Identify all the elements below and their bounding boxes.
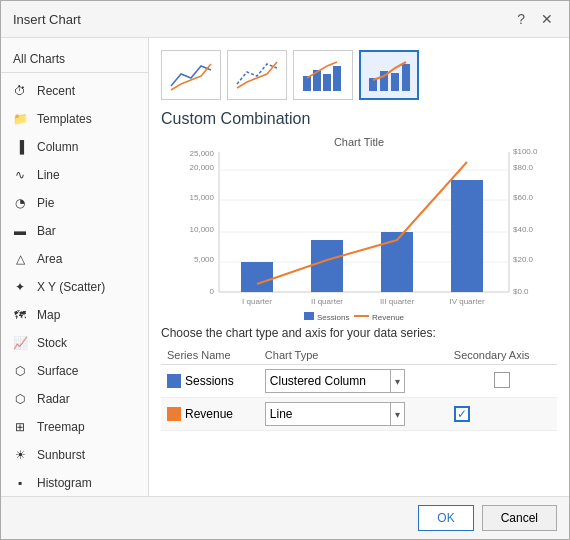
- svg-text:$60.0: $60.0: [513, 193, 534, 202]
- dialog-footer: OK Cancel: [1, 496, 569, 539]
- title-bar: Insert Chart ? ✕: [1, 1, 569, 38]
- sidebar-item-xy[interactable]: ✦X Y (Scatter): [1, 273, 148, 301]
- sidebar-item-label: Radar: [37, 392, 70, 406]
- sidebar-item-line[interactable]: ∿Line: [1, 161, 148, 189]
- column-icon: ▐: [11, 138, 29, 156]
- svg-rect-29: [311, 240, 343, 292]
- area-icon: △: [11, 250, 29, 268]
- sidebar-item-bar[interactable]: ▬Bar: [1, 217, 148, 245]
- svg-text:5,000: 5,000: [194, 255, 215, 264]
- radar-icon: ⬡: [11, 390, 29, 408]
- sidebar-item-treemap[interactable]: ⊞Treemap: [1, 413, 148, 441]
- preview-thumb-2[interactable]: [227, 50, 287, 100]
- svg-text:15,000: 15,000: [190, 193, 215, 202]
- sidebar-item-label: Line: [37, 168, 60, 182]
- dialog-body: All Charts ⏱Recent📁Templates▐Column∿Line…: [1, 38, 569, 496]
- close-button[interactable]: ✕: [537, 9, 557, 29]
- dialog-title: Insert Chart: [13, 12, 81, 27]
- cancel-button[interactable]: Cancel: [482, 505, 557, 531]
- folder-icon: 📁: [11, 110, 29, 128]
- all-charts-tab[interactable]: All Charts: [1, 46, 148, 73]
- chart-type-select-sessions[interactable]: Clustered ColumnLineBarAreaPie: [266, 369, 390, 393]
- svg-text:III quarter: III quarter: [380, 297, 415, 306]
- sidebar-item-label: X Y (Scatter): [37, 280, 105, 294]
- series-config-label: Choose the chart type and axis for your …: [161, 326, 557, 340]
- sidebar-item-label: Map: [37, 308, 60, 322]
- svg-rect-31: [451, 180, 483, 292]
- sidebar-item-column[interactable]: ▐Column: [1, 133, 148, 161]
- sidebar-item-recent[interactable]: ⏱Recent: [1, 77, 148, 105]
- title-controls: ? ✕: [513, 9, 557, 29]
- chart-type-cell: Clustered ColumnLineBarAreaPie▾: [259, 398, 448, 431]
- col-secondary-axis: Secondary Axis: [448, 346, 557, 365]
- sidebar-item-label: Treemap: [37, 420, 85, 434]
- svg-text:IV quarter: IV quarter: [449, 297, 484, 306]
- svg-text:Sessions: Sessions: [317, 313, 349, 322]
- col-series-name: Series Name: [161, 346, 259, 365]
- left-panel: All Charts ⏱Recent📁Templates▐Column∿Line…: [1, 38, 149, 496]
- sidebar-item-label: Templates: [37, 112, 92, 126]
- sidebar-item-label: Sunburst: [37, 448, 85, 462]
- svg-rect-28: [241, 262, 273, 292]
- stock-icon: 📈: [11, 334, 29, 352]
- sidebar-item-templates[interactable]: 📁Templates: [1, 105, 148, 133]
- chevron-down-icon[interactable]: ▾: [390, 370, 404, 392]
- secondary-axis-checkbox-sessions[interactable]: [494, 372, 510, 388]
- sidebar-item-histogram[interactable]: ▪Histogram: [1, 469, 148, 496]
- ok-button[interactable]: OK: [418, 505, 473, 531]
- svg-text:$0.0: $0.0: [513, 287, 529, 296]
- sidebar-item-label: Column: [37, 140, 78, 154]
- svg-text:$80.0: $80.0: [513, 163, 534, 172]
- sidebar-item-label: Stock: [37, 336, 67, 350]
- col-chart-type: Chart Type: [259, 346, 448, 365]
- svg-text:Revenue: Revenue: [372, 313, 405, 322]
- bar-icon: ▬: [11, 222, 29, 240]
- chart-list: ⏱Recent📁Templates▐Column∿Line◔Pie▬Bar△Ar…: [1, 77, 148, 496]
- surface-icon: ⬡: [11, 362, 29, 380]
- right-panel: Custom Combination Chart Title 0 5,000 1…: [149, 38, 569, 496]
- table-row: RevenueClustered ColumnLineBarAreaPie▾✓: [161, 398, 557, 431]
- sidebar-item-map[interactable]: 🗺Map: [1, 301, 148, 329]
- sidebar-item-stock[interactable]: 📈Stock: [1, 329, 148, 357]
- series-name-cell: Sessions: [161, 365, 259, 398]
- svg-rect-3: [333, 66, 341, 91]
- chart-preview: Chart Title 0 5,000 10,000 15,000 20,000…: [161, 132, 557, 322]
- chart-type-select-revenue[interactable]: Clustered ColumnLineBarAreaPie: [266, 402, 390, 426]
- secondary-axis-checkbox-revenue[interactable]: ✓: [454, 406, 470, 422]
- svg-text:$40.0: $40.0: [513, 225, 534, 234]
- sidebar-item-area[interactable]: △Area: [1, 245, 148, 273]
- svg-rect-7: [402, 64, 410, 91]
- insert-chart-dialog: Insert Chart ? ✕ All Charts ⏱Recent📁Temp…: [0, 0, 570, 540]
- svg-text:Chart Title: Chart Title: [334, 136, 384, 148]
- map-icon: 🗺: [11, 306, 29, 324]
- secondary-axis-cell: ✓: [448, 398, 557, 431]
- sidebar-item-sunburst[interactable]: ☀Sunburst: [1, 441, 148, 469]
- scatter-icon: ✦: [11, 278, 29, 296]
- clock-icon: ⏱: [11, 82, 29, 100]
- svg-rect-0: [303, 76, 311, 91]
- sidebar-item-pie[interactable]: ◔Pie: [1, 189, 148, 217]
- sunburst-icon: ☀: [11, 446, 29, 464]
- sidebar-item-label: Surface: [37, 364, 78, 378]
- series-name-label: Revenue: [185, 407, 233, 421]
- sidebar-item-label: Bar: [37, 224, 56, 238]
- series-table: Series Name Chart Type Secondary Axis Se…: [161, 346, 557, 431]
- pie-icon: ◔: [11, 194, 29, 212]
- preview-thumb-1[interactable]: [161, 50, 221, 100]
- svg-text:25,000: 25,000: [190, 149, 215, 158]
- sidebar-item-radar[interactable]: ⬡Radar: [1, 385, 148, 413]
- preview-thumb-4[interactable]: [359, 50, 419, 100]
- svg-text:$20.0: $20.0: [513, 255, 534, 264]
- chevron-down-icon[interactable]: ▾: [390, 403, 404, 425]
- sidebar-item-surface[interactable]: ⬡Surface: [1, 357, 148, 385]
- series-name-cell: Revenue: [161, 398, 259, 431]
- svg-rect-36: [304, 312, 314, 320]
- series-name-label: Sessions: [185, 374, 234, 388]
- preview-thumb-3[interactable]: [293, 50, 353, 100]
- help-button[interactable]: ?: [513, 9, 529, 29]
- chart-previews: [161, 50, 557, 100]
- svg-rect-2: [323, 74, 331, 91]
- series-color-indicator: [167, 407, 181, 421]
- series-tbody: SessionsClustered ColumnLineBarAreaPie▾R…: [161, 365, 557, 431]
- svg-rect-6: [391, 73, 399, 91]
